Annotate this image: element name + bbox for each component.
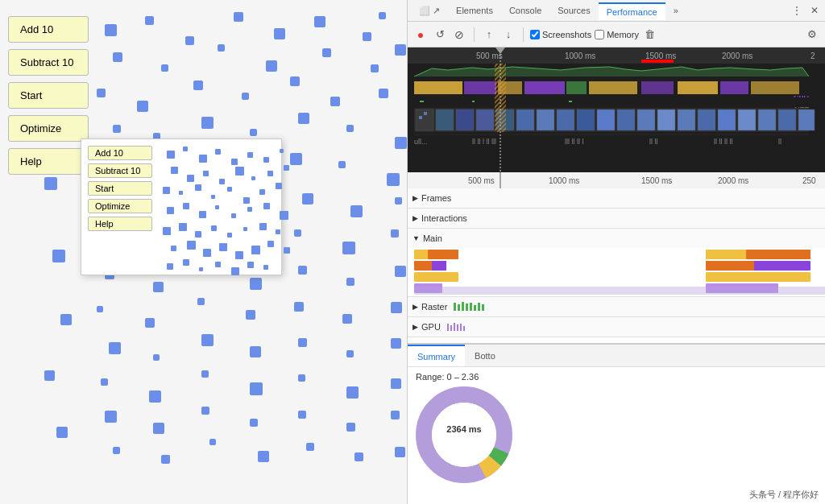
tooltip-square bbox=[259, 189, 265, 195]
tooltip-square bbox=[219, 243, 227, 251]
blue-square bbox=[322, 48, 331, 57]
toolbar-separator-2 bbox=[523, 27, 524, 42]
blue-square bbox=[298, 374, 305, 382]
tooltip-square bbox=[247, 262, 254, 268]
svg-rect-92 bbox=[457, 324, 458, 331]
tooltip-square bbox=[276, 229, 280, 234]
tooltip-square bbox=[211, 195, 215, 199]
blue-square bbox=[294, 302, 304, 312]
blue-square bbox=[354, 452, 363, 461]
tooltip-square bbox=[215, 262, 221, 267]
blue-square bbox=[395, 266, 406, 277]
svg-text:2000 ms: 2000 ms bbox=[718, 176, 748, 185]
svg-text:500 ms: 500 ms bbox=[468, 176, 495, 185]
tab-more[interactable]: » bbox=[665, 2, 686, 19]
flame-chart-area[interactable]: ▶ Frames ▶ Interactions ▼ Main bbox=[408, 188, 825, 343]
settings-button[interactable]: ⚙ bbox=[804, 27, 820, 43]
main-flame-content bbox=[408, 248, 825, 296]
tab-inspector[interactable]: ⬜ ↗ bbox=[411, 2, 448, 19]
blue-square bbox=[306, 443, 314, 451]
tooltip-square bbox=[179, 223, 187, 231]
memory-check[interactable] bbox=[595, 30, 604, 39]
tab-performance[interactable]: Performance bbox=[599, 2, 665, 20]
tooltip-square bbox=[247, 207, 252, 212]
svg-rect-82 bbox=[458, 304, 460, 311]
subtract10-button[interactable]: Subtract 10 bbox=[8, 49, 89, 76]
tooltip-square bbox=[195, 184, 201, 191]
tab-bottomup[interactable]: Botto bbox=[465, 345, 505, 366]
tooltip-square bbox=[167, 151, 175, 159]
tooltip-square bbox=[211, 225, 217, 231]
blue-square bbox=[363, 32, 371, 41]
blue-square bbox=[387, 173, 400, 186]
timeline-area[interactable]: 500 ms 1000 ms 1500 ms 2000 ms 2 FPS CPU bbox=[408, 48, 825, 172]
blue-square bbox=[113, 52, 122, 62]
frames-header[interactable]: ▶ Frames bbox=[408, 188, 825, 208]
start-button[interactable]: Start bbox=[8, 82, 89, 109]
donut-svg: 2364 ms bbox=[416, 386, 512, 483]
tooltip-square bbox=[231, 159, 238, 165]
interactions-header[interactable]: ▶ Interactions bbox=[408, 209, 825, 228]
tooltip-square bbox=[251, 176, 255, 180]
tooltip-buttons: Add 10 Subtract 10 Start Optimize Help bbox=[85, 143, 155, 271]
svg-rect-83 bbox=[462, 302, 464, 311]
tooltip-square bbox=[199, 211, 206, 218]
main-header[interactable]: ▼ Main bbox=[408, 229, 825, 248]
svg-rect-17 bbox=[641, 81, 674, 94]
tooltip-square bbox=[263, 203, 270, 209]
blue-square bbox=[290, 76, 300, 86]
tooltip-square bbox=[215, 149, 221, 155]
frames-section: ▶ Frames bbox=[408, 188, 825, 209]
stop-button[interactable]: ⊘ bbox=[451, 27, 467, 43]
tooltip-square bbox=[263, 265, 268, 270]
tooltip-square bbox=[284, 247, 290, 254]
record-button[interactable]: ● bbox=[412, 27, 429, 43]
svg-rect-40 bbox=[678, 109, 695, 130]
screenshots-check[interactable] bbox=[530, 30, 540, 39]
toolbar-separator-1 bbox=[474, 27, 475, 42]
memory-checkbox[interactable]: Memory bbox=[595, 30, 639, 39]
svg-rect-85 bbox=[470, 303, 472, 311]
gpu-header[interactable]: ▶ GPU bbox=[408, 317, 825, 337]
help-button[interactable]: Help bbox=[8, 148, 89, 175]
clear-button[interactable]: 🗑 bbox=[642, 27, 658, 43]
blue-square bbox=[250, 346, 261, 357]
svg-text:1500 ms: 1500 ms bbox=[645, 52, 676, 60]
tooltip-square bbox=[187, 175, 194, 182]
second-ruler: 500 ms 1000 ms 1500 ms 2000 ms 250 bbox=[408, 172, 825, 188]
blue-square bbox=[105, 411, 117, 423]
tab-summary[interactable]: Summary bbox=[408, 345, 465, 366]
tab-elements[interactable]: Elements bbox=[448, 2, 501, 19]
gpu-chevron: ▶ bbox=[412, 323, 418, 331]
svg-rect-12 bbox=[464, 81, 496, 94]
tooltip-square bbox=[195, 231, 201, 238]
tooltip-square bbox=[267, 241, 274, 247]
svg-rect-84 bbox=[466, 304, 468, 311]
tooltip-square bbox=[276, 183, 282, 189]
blue-square bbox=[246, 310, 255, 320]
svg-rect-44 bbox=[758, 109, 776, 130]
reload-record-button[interactable]: ↺ bbox=[432, 27, 448, 43]
blue-square bbox=[391, 229, 399, 238]
more-options-icon[interactable]: ⋮ bbox=[790, 3, 804, 18]
blue-square bbox=[113, 125, 121, 133]
screenshots-checkbox[interactable]: Screenshots bbox=[530, 30, 591, 39]
gpu-label: GPU bbox=[421, 322, 441, 332]
upload-button[interactable]: ↑ bbox=[481, 27, 497, 43]
download-button[interactable]: ↓ bbox=[500, 27, 516, 43]
blue-square bbox=[201, 117, 214, 129]
blue-square bbox=[145, 16, 154, 25]
close-icon[interactable]: ✕ bbox=[807, 3, 822, 18]
blue-square bbox=[395, 44, 406, 56]
svg-rect-34 bbox=[557, 109, 574, 130]
optimize-button[interactable]: Optimize bbox=[8, 115, 89, 142]
raster-header[interactable]: ▶ Raster bbox=[408, 297, 825, 316]
svg-rect-80 bbox=[414, 287, 825, 295]
add10-button[interactable]: Add 10 bbox=[8, 16, 89, 43]
blue-square bbox=[101, 378, 108, 386]
svg-rect-11 bbox=[414, 81, 462, 94]
tab-sources[interactable]: Sources bbox=[549, 2, 598, 19]
tooltip-square bbox=[235, 251, 243, 259]
tooltip-square bbox=[199, 267, 203, 271]
tab-console[interactable]: Console bbox=[501, 2, 549, 19]
